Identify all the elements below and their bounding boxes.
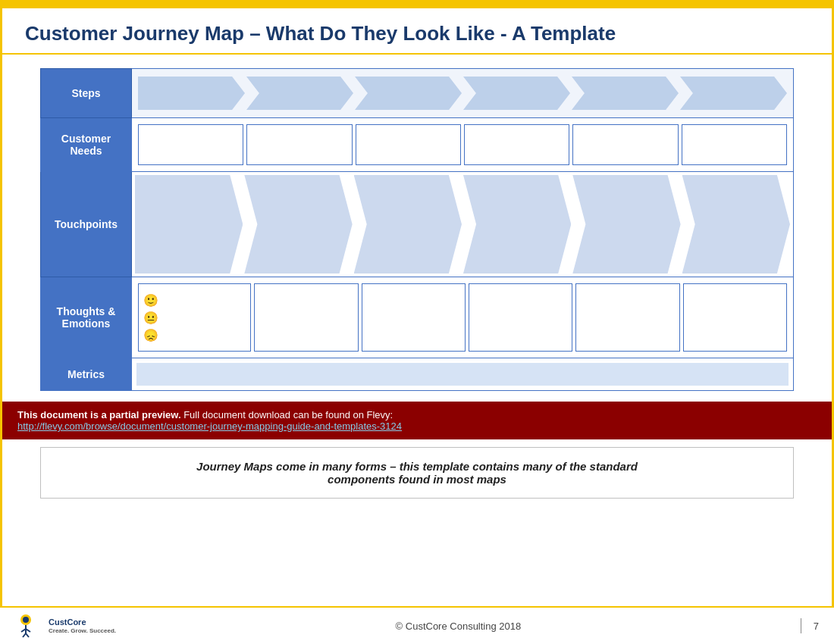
svg-line-6 xyxy=(26,633,29,637)
svg-point-1 xyxy=(23,617,29,623)
footer-right: 7 xyxy=(801,618,819,633)
tp-arrow-2 xyxy=(244,175,352,274)
emotions-box-5 xyxy=(575,283,679,352)
logo-icon xyxy=(15,612,42,639)
metrics-content xyxy=(132,358,794,391)
footer-copyright: © CustCore Consulting 2018 xyxy=(396,621,522,632)
step-arrow-4 xyxy=(463,77,570,110)
step-arrow-3 xyxy=(355,77,462,110)
preview-text: Full document download can be found on F… xyxy=(183,409,393,420)
neutral-emoji: 😐 xyxy=(143,311,158,325)
emotions-box-6 xyxy=(683,283,787,352)
steps-label: Steps xyxy=(41,69,132,118)
info-text: Journey Maps come in many forms – this t… xyxy=(64,460,770,486)
tp-arrow-5 xyxy=(572,175,680,274)
metrics-label: Metrics xyxy=(41,358,132,391)
needs-label: CustomerNeeds xyxy=(41,118,132,172)
touchpoints-label: Touchpoints xyxy=(41,172,132,277)
preview-banner: This document is a partial preview. Full… xyxy=(2,402,832,439)
page-number: 7 xyxy=(814,621,819,632)
needs-row: CustomerNeeds xyxy=(41,118,794,172)
needs-content xyxy=(132,118,794,172)
emotions-grid: 🙂 😐 😞 xyxy=(135,280,790,355)
step-arrow-2 xyxy=(246,77,353,110)
needs-box-3 xyxy=(356,124,461,165)
sad-emoji: 😞 xyxy=(143,328,158,342)
preview-link[interactable]: http://flevy.com/browse/document/custome… xyxy=(17,420,402,432)
logo-text: CustCore Create. Grow. Succeed. xyxy=(49,617,116,636)
touchpoints-row: Touchpoints xyxy=(41,172,794,277)
title-area: Customer Journey Map – What Do They Look… xyxy=(2,8,832,55)
step-arrow-6 xyxy=(680,77,787,110)
metrics-bar xyxy=(136,363,789,386)
step-arrow-1 xyxy=(138,77,245,110)
needs-box-1 xyxy=(138,124,243,165)
needs-grid xyxy=(135,121,790,168)
emotions-label: Thoughts &Emotions xyxy=(41,277,132,358)
emotions-box-3 xyxy=(362,283,466,352)
main-content: Steps CustomerNeeds xyxy=(2,55,832,399)
tp-arrow-1 xyxy=(135,175,243,274)
needs-box-2 xyxy=(246,124,352,165)
needs-box-4 xyxy=(464,124,569,165)
emotions-row: Thoughts &Emotions 🙂 😐 😞 xyxy=(41,277,794,358)
needs-box-5 xyxy=(572,124,678,165)
emotions-content: 🙂 😐 😞 xyxy=(132,277,794,358)
footer-divider xyxy=(801,618,801,633)
top-bar xyxy=(2,2,832,8)
step-arrow-5 xyxy=(572,77,679,110)
tp-arrow-4 xyxy=(463,175,571,274)
tp-arrow-3 xyxy=(354,175,462,274)
emotions-first-cell: 🙂 😐 😞 xyxy=(138,283,251,352)
emotions-box-4 xyxy=(469,283,572,352)
footer-logo: CustCore Create. Grow. Succeed. xyxy=(15,612,116,639)
metrics-row: Metrics xyxy=(41,358,794,391)
tp-arrow-6 xyxy=(682,175,790,274)
touchpoints-arrows xyxy=(135,175,790,274)
footer: CustCore Create. Grow. Succeed. © CustCo… xyxy=(0,606,834,644)
preview-bold: This document is a partial preview. xyxy=(17,409,181,420)
info-box: Journey Maps come in many forms – this t… xyxy=(40,447,794,499)
touchpoints-content xyxy=(132,172,794,277)
emotions-box-2 xyxy=(254,283,358,352)
needs-box-6 xyxy=(682,124,787,165)
steps-arrows xyxy=(135,73,790,114)
happy-emoji: 🙂 xyxy=(143,293,158,308)
page-title: Customer Journey Map – What Do They Look… xyxy=(25,22,809,45)
steps-row: Steps xyxy=(41,69,794,118)
journey-map: Steps CustomerNeeds xyxy=(40,68,794,391)
